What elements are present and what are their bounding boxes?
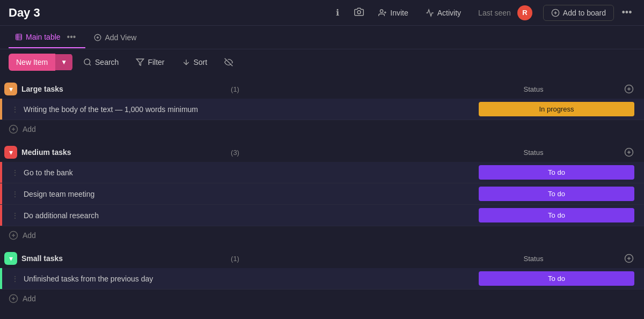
tab-main-table[interactable]: Main table ••• <box>9 27 85 48</box>
group-header-small-tasks[interactable]: ▾ Small tasks (1) Status <box>0 249 644 268</box>
task-accent <box>0 162 2 183</box>
status-badge[interactable]: To do <box>479 271 634 286</box>
add-view-label: Add View <box>105 33 136 42</box>
last-seen-container: Last seen R <box>472 2 539 24</box>
filter-icon <box>136 58 144 66</box>
filter-label: Filter <box>148 58 164 66</box>
drag-handle[interactable]: ⋮ <box>9 105 21 114</box>
group-header-medium-tasks[interactable]: ▾ Medium tasks (3) Status <box>0 143 644 162</box>
add-to-board-button[interactable]: Add to board <box>543 5 614 21</box>
group-header-large-tasks[interactable]: ▾ Large tasks (1) Status <box>0 79 644 99</box>
add-item-row-large-tasks[interactable]: Add <box>0 120 644 138</box>
tab-main-table-label: Main table <box>26 33 61 41</box>
group-large-tasks: ▾ Large tasks (1) Status ⋮ Writing the b… <box>0 79 644 138</box>
info-button[interactable]: ℹ <box>329 4 346 21</box>
hide-button[interactable] <box>218 54 239 70</box>
invite-button[interactable]: Invite <box>372 5 414 20</box>
invite-label: Invite <box>390 9 408 17</box>
status-badge[interactable]: To do <box>479 165 634 180</box>
camera-button[interactable] <box>350 4 368 21</box>
more-options-button[interactable]: ••• <box>618 4 635 21</box>
group-count-large-tasks: (1) <box>231 85 239 93</box>
add-item-row-small-tasks[interactable]: Add <box>0 290 644 308</box>
sort-label: Sort <box>194 58 208 66</box>
add-icon <box>9 294 18 303</box>
new-item-main-button[interactable]: New Item <box>9 54 55 71</box>
svg-point-14 <box>84 59 90 65</box>
group-add-col-medium-tasks[interactable] <box>618 147 640 157</box>
task-accent <box>0 205 2 226</box>
table-row[interactable]: ⋮ Unfinished tasks from the previous day… <box>0 268 644 290</box>
header-actions: ℹ Invite Activity <box>329 2 635 24</box>
add-icon <box>9 231 18 240</box>
top-header: Day 3 ℹ Invite Ac <box>0 0 644 26</box>
task-status[interactable]: To do <box>479 165 634 180</box>
status-badge[interactable]: In progress <box>479 102 634 116</box>
svg-point-1 <box>380 10 383 12</box>
filter-button[interactable]: Filter <box>129 54 171 70</box>
hide-icon <box>224 58 233 66</box>
group-count-small-tasks: (1) <box>231 255 239 263</box>
last-seen-label: Last seen <box>478 9 511 17</box>
search-button[interactable]: Search <box>77 54 125 70</box>
add-icon <box>9 124 18 134</box>
table-row[interactable]: ⋮ Writing the body of the text — 1,000 w… <box>0 99 644 120</box>
group-status-col-medium-tasks: Status <box>453 149 614 157</box>
group-chevron-small-tasks[interactable]: ▾ <box>4 252 17 265</box>
add-label: Add <box>23 294 36 303</box>
page-title: Day 3 <box>9 6 329 20</box>
status-badge[interactable]: To do <box>479 208 634 222</box>
group-chevron-large-tasks[interactable]: ▾ <box>4 83 17 95</box>
table-row[interactable]: ⋮ Design team meeting To do <box>0 183 644 205</box>
new-item-dropdown-button[interactable]: ▼ <box>55 54 72 70</box>
add-label: Add <box>23 125 36 133</box>
activity-button[interactable]: Activity <box>419 5 467 20</box>
task-accent <box>0 99 2 120</box>
group-chevron-medium-tasks[interactable]: ▾ <box>4 146 17 159</box>
main-content: ▾ Large tasks (1) Status ⋮ Writing the b… <box>0 75 644 316</box>
chevron-down-icon: ▼ <box>61 58 67 66</box>
tab-options-button[interactable]: ••• <box>64 30 79 44</box>
activity-icon <box>426 9 434 17</box>
add-item-row-medium-tasks[interactable]: Add <box>0 226 644 244</box>
task-name: Unfinished tasks from the previous day <box>21 275 479 283</box>
task-status[interactable]: In progress <box>479 102 634 116</box>
task-status[interactable]: To do <box>479 271 634 286</box>
group-add-col-large-tasks[interactable] <box>618 84 640 94</box>
search-label: Search <box>95 58 119 66</box>
drag-handle[interactable]: ⋮ <box>9 168 21 177</box>
drag-handle[interactable]: ⋮ <box>9 211 21 220</box>
task-status[interactable]: To do <box>479 187 634 201</box>
task-name: Design team meeting <box>21 190 479 198</box>
task-status[interactable]: To do <box>479 208 634 222</box>
group-name-small-tasks: Small tasks <box>21 254 226 263</box>
add-to-board-label: Add to board <box>563 9 606 17</box>
group-medium-tasks: ▾ Medium tasks (3) Status ⋮ Go to the ba… <box>0 143 644 244</box>
table-icon <box>15 33 23 41</box>
svg-rect-7 <box>16 34 22 40</box>
group-status-col-large-tasks: Status <box>453 85 614 93</box>
task-accent <box>0 268 2 289</box>
task-name: Do additional research <box>21 211 479 220</box>
table-row[interactable]: ⋮ Go to the bank To do <box>0 162 644 183</box>
camera-icon <box>354 7 364 19</box>
status-badge[interactable]: To do <box>479 187 634 201</box>
drag-handle[interactable]: ⋮ <box>9 275 21 283</box>
group-add-col-small-tasks[interactable] <box>618 254 640 263</box>
add-view-icon <box>94 34 101 41</box>
table-row[interactable]: ⋮ Do additional research To do <box>0 205 644 226</box>
sort-icon <box>182 58 191 66</box>
add-view-button[interactable]: Add View <box>87 30 143 45</box>
group-name-medium-tasks: Medium tasks <box>21 148 226 157</box>
add-to-board-icon <box>551 9 560 17</box>
view-tabs: Main table ••• Add View <box>0 26 644 49</box>
add-label: Add <box>23 231 36 240</box>
invite-icon <box>378 9 387 17</box>
sort-button[interactable]: Sort <box>175 54 214 70</box>
new-item-button[interactable]: New Item ▼ <box>9 54 72 71</box>
svg-line-15 <box>89 64 91 65</box>
drag-handle[interactable]: ⋮ <box>9 190 21 198</box>
toolbar: New Item ▼ Search Filter Sort <box>0 49 644 75</box>
more-icon: ••• <box>622 7 632 18</box>
task-name: Go to the bank <box>21 168 479 177</box>
